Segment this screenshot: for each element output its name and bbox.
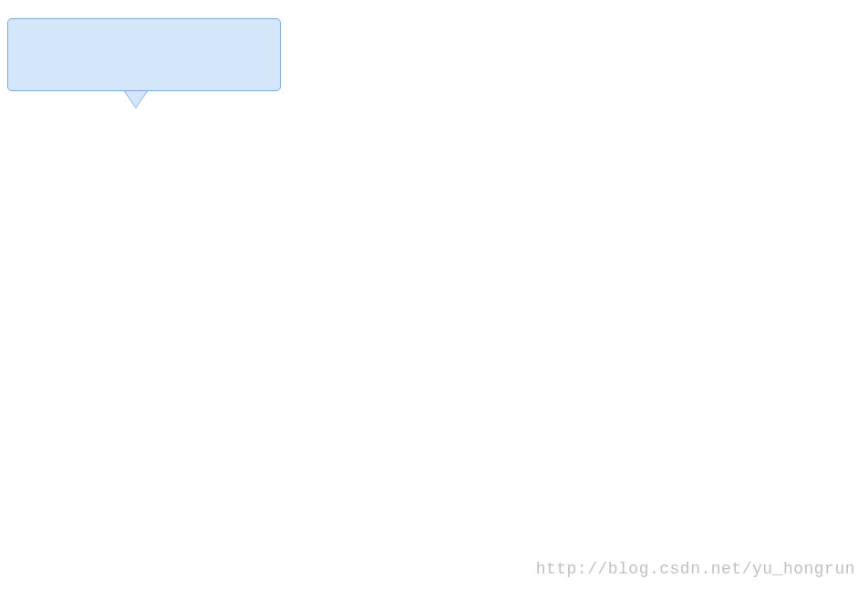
speech-tail — [125, 91, 147, 108]
speech-bubble-callout — [7, 18, 281, 91]
watermark-text: http://blog.csdn.net/yu_hongrun — [536, 560, 855, 578]
